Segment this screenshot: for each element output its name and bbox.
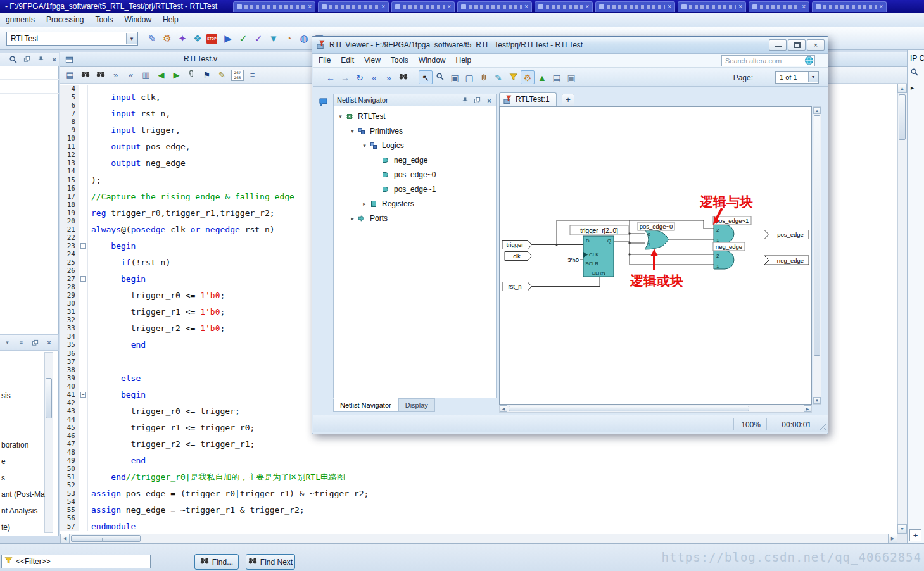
tree-item-logics[interactable]: ▾Logics: [334, 138, 496, 153]
tree-expander-icon[interactable]: ▾: [360, 142, 369, 149]
close-button[interactable]: ×: [807, 39, 825, 51]
prev-page-icon[interactable]: «: [367, 70, 381, 84]
add-ip-button[interactable]: +: [909, 529, 921, 541]
browser-tab[interactable]: ×: [233, 1, 315, 12]
tab-close-icon[interactable]: ×: [738, 4, 742, 10]
browser-tab[interactable]: ×: [318, 1, 389, 12]
project-navigator-panel[interactable]: [0, 66, 59, 334]
tree-expander-icon[interactable]: ▸: [348, 215, 357, 222]
netlist-navigator-header[interactable]: Netlist Navigator ×: [333, 94, 497, 106]
tree-item-rtltest[interactable]: ▾RTLTest: [334, 109, 496, 123]
find-next-icon[interactable]: [94, 70, 106, 81]
browser-tab[interactable]: ×: [457, 1, 532, 12]
comment-icon[interactable]: ✎: [216, 70, 228, 81]
search-icon[interactable]: [910, 68, 919, 78]
schematic-horizontal-scrollbar[interactable]: ◀ ▶: [499, 405, 812, 413]
viewer-menu-help[interactable]: Help: [451, 54, 477, 65]
comment-bubble-icon[interactable]: [319, 97, 328, 110]
find-icon[interactable]: [396, 70, 410, 84]
task-item-fragment[interactable]: e: [1, 457, 6, 466]
outdent-icon[interactable]: «: [125, 70, 137, 81]
fold-marker-icon[interactable]: −: [80, 392, 86, 398]
tab-close-icon[interactable]: ×: [668, 4, 671, 10]
hand-tool-icon[interactable]: [477, 70, 491, 84]
tree-expander-icon[interactable]: ▾: [348, 128, 357, 134]
browser-tab[interactable]: ×: [749, 1, 809, 12]
input-pin-rst-n[interactable]: rst_n: [502, 282, 532, 291]
tab-close-icon[interactable]: ×: [381, 4, 385, 10]
tasks-scrollbar[interactable]: [44, 352, 53, 533]
tab-close-icon[interactable]: ×: [879, 4, 883, 10]
panel-tab-netlist-navigator[interactable]: Netlist Navigator: [333, 398, 398, 412]
zoom-selection-icon[interactable]: ▢: [462, 70, 476, 84]
viewer-menu-tools[interactable]: Tools: [386, 54, 414, 65]
panel-tab-display[interactable]: Display: [398, 398, 435, 412]
and-gate-pos-edge[interactable]: 2 1: [714, 225, 734, 243]
scroll-right-icon[interactable]: ▶: [888, 534, 897, 543]
scrollbar-thumb[interactable]: [509, 406, 749, 411]
output-pin-neg-edge[interactable]: neg_edge: [764, 256, 809, 265]
page-select[interactable]: 1 of 1 ▾: [775, 71, 819, 84]
output-pin-pos-edge[interactable]: pos_edge: [764, 230, 809, 239]
schematic-vertical-scrollbar[interactable]: ▲ ▼: [813, 106, 821, 405]
titlebar[interactable]: ××××××××× - F:/9FPGA/1fpga_software/t5_R…: [0, 0, 924, 13]
tree-expander-icon[interactable]: ▸: [911, 84, 914, 91]
browser-tab[interactable]: ×: [391, 1, 455, 12]
file-list-icon[interactable]: ▤: [64, 70, 76, 81]
settings-icon[interactable]: ⚙: [521, 70, 535, 84]
task-item-fragment[interactable]: sis: [1, 391, 11, 400]
camera-icon[interactable]: ▣: [564, 70, 578, 84]
viewer-menu-view[interactable]: View: [359, 54, 386, 65]
tab-rtltest-1[interactable]: RTLTest:1: [499, 92, 557, 106]
find-button[interactable]: Find...: [194, 554, 239, 570]
editor-horizontal-scrollbar[interactable]: ◀ ▶: [60, 534, 897, 543]
browser-tab[interactable]: ×: [678, 1, 746, 12]
scroll-left-icon[interactable]: ◀: [500, 405, 507, 412]
scroll-down-icon[interactable]: ▼: [813, 397, 821, 404]
fold-marker-icon[interactable]: −: [80, 276, 86, 282]
forward-icon[interactable]: →: [338, 70, 352, 84]
select-tool-icon[interactable]: ↖: [419, 70, 433, 84]
zoom-tool-icon[interactable]: [433, 70, 447, 84]
line-numbers-indicator[interactable]: 267268: [231, 70, 244, 81]
search-input[interactable]: Search altera.com: [721, 55, 815, 66]
float-icon[interactable]: [472, 96, 482, 105]
browser-tab[interactable]: ×: [595, 1, 675, 12]
tab-close-icon[interactable]: ×: [802, 4, 806, 10]
globe-icon[interactable]: [804, 56, 814, 68]
tree-expander-icon[interactable]: ▾: [336, 113, 345, 120]
fold-marker-icon[interactable]: −: [80, 243, 86, 249]
filter-input[interactable]: <<Filter>>: [1, 555, 151, 568]
schematic-canvas[interactable]: trigger clk rst_n D Q CLK SCLR CLRN trig…: [499, 106, 812, 405]
document-tab-title[interactable]: RTLTest.v: [184, 54, 217, 63]
rtl-viewer-titlebar[interactable]: RTL Viewer - F:/9FPGA/1fpga_software/t5_…: [312, 37, 828, 54]
editor-vertical-scrollbar[interactable]: ▲ ▼: [897, 84, 907, 534]
close-icon[interactable]: ×: [50, 54, 60, 64]
resize-grip[interactable]: [818, 423, 826, 430]
menu-help[interactable]: Help: [157, 13, 184, 24]
highlight-net-icon[interactable]: ✎: [491, 70, 505, 84]
scrollbar-thumb[interactable]: [71, 535, 141, 542]
task-item-fragment[interactable]: te): [1, 523, 10, 532]
register-block[interactable]: D Q CLK SCLR CLRN: [583, 236, 614, 277]
forward-icon[interactable]: ▶: [170, 70, 182, 81]
project-select[interactable]: RTLTest ▾: [6, 32, 138, 46]
menu-window[interactable]: Window: [118, 13, 157, 24]
edit-icon[interactable]: ✎: [146, 32, 158, 45]
chevron-down-icon[interactable]: ▾: [3, 338, 12, 348]
refresh-icon[interactable]: ↻: [353, 70, 367, 84]
menu-tools[interactable]: Tools: [89, 13, 118, 24]
task-item-fragment[interactable]: nt Analysis: [1, 506, 37, 515]
stop-icon[interactable]: STOP: [206, 34, 217, 44]
report-icon[interactable]: ▤: [550, 70, 564, 84]
menu-gnments[interactable]: gnments: [0, 13, 41, 24]
float-icon[interactable]: [23, 54, 32, 64]
task-item-fragment[interactable]: s: [1, 474, 5, 482]
fold-all-icon[interactable]: ≡: [246, 70, 258, 81]
find-next-button[interactable]: Find Next: [246, 554, 295, 570]
next-page-icon[interactable]: »: [382, 70, 396, 84]
float-icon[interactable]: [30, 338, 40, 348]
scroll-down-icon[interactable]: ▼: [897, 524, 907, 534]
tree-expander-icon[interactable]: ▸: [360, 201, 369, 207]
bookmark-icon[interactable]: ⚑: [201, 70, 213, 81]
